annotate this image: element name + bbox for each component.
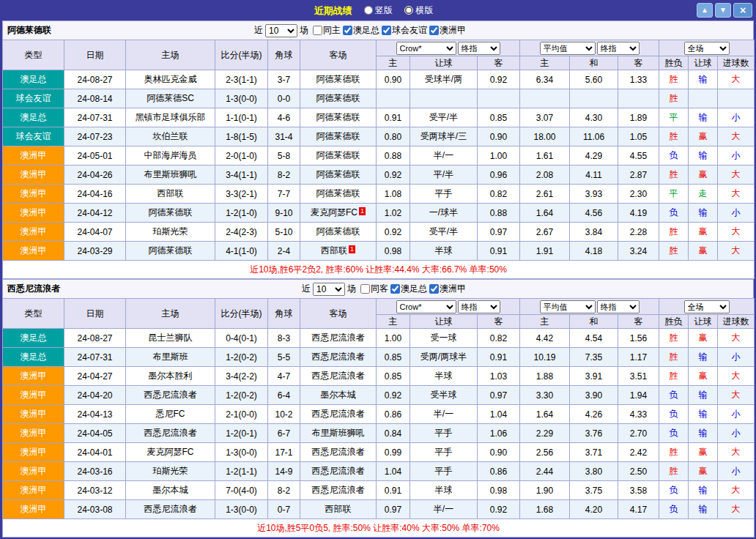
final-odds-select[interactable]: 终指: [597, 42, 640, 55]
date-cell: 24-04-12: [64, 204, 126, 223]
avg-draw-odds: 4.56: [570, 204, 618, 223]
average-odds-group: 平均值终指: [520, 299, 659, 315]
home-team-cell: 中部海岸海员: [126, 146, 215, 166]
result-goals: 大: [718, 329, 755, 348]
layout-radio-input[interactable]: [364, 6, 373, 15]
handicap-home-odds: 0.84: [377, 424, 410, 443]
layout-radio[interactable]: 横版: [404, 4, 433, 17]
avg-home-odds: 1.64: [520, 204, 570, 223]
layout-radio-input[interactable]: [404, 6, 413, 15]
score-cell: 3-3(2-1): [215, 185, 268, 204]
final-odds-select[interactable]: 终指: [597, 300, 640, 313]
average-odds-group: 平均值终指: [520, 40, 659, 56]
result-handicap: 输: [689, 481, 718, 500]
match-row: 澳洲甲 24-04-27 墨尔本胜利 3-4(2-2) 4-7 西悉尼流浪者 0…: [3, 367, 755, 386]
filter-checkbox-label: 澳洲甲: [440, 24, 466, 37]
corners-cell: 31-4: [268, 127, 300, 146]
home-team-cell: 悉尼FC: [126, 405, 215, 424]
corners-cell: 17-1: [268, 443, 300, 462]
home-team-cell: 布里斯班: [126, 348, 215, 367]
col-corner: 角球: [268, 40, 300, 70]
away-team-cell: 西悉尼流浪者: [300, 367, 377, 386]
filter-checkbox-input[interactable]: [360, 284, 370, 294]
col-date: 日期: [64, 40, 126, 70]
result-handicap: 输: [689, 348, 718, 367]
match-count-select[interactable]: 10: [265, 24, 297, 37]
match-row: 澳洲甲 24-03-29 阿德莱德联 4-1(1-0) 2-4 西部联1 0.9…: [3, 242, 755, 261]
result-wdl: 胜: [659, 462, 689, 481]
handicap-line: 受两球半/三: [410, 127, 478, 146]
result-goals: 小: [718, 462, 755, 481]
final-odds-select[interactable]: 终指: [458, 300, 500, 313]
filter-checkbox[interactable]: 澳洲甲: [429, 24, 466, 37]
away-team-cell: 阿德莱德联: [300, 127, 377, 146]
away-team-cell: 西部联: [300, 500, 377, 519]
corners-cell: 2-4: [268, 242, 300, 261]
date-cell: 24-04-20: [64, 386, 126, 405]
score-cell: 1-3(0-0): [215, 500, 268, 519]
result-handicap: 输: [689, 500, 718, 519]
away-team-cell: 阿德莱德联: [300, 108, 377, 127]
close-icon[interactable]: ×: [733, 3, 752, 18]
handicap-away-odds: 0.92: [478, 500, 520, 519]
result-handicap: 输: [689, 204, 718, 223]
avg-draw-odds: 3.91: [570, 367, 618, 386]
match-count-select[interactable]: 10: [313, 283, 345, 296]
filter-checkbox[interactable]: 澳足总: [343, 24, 379, 37]
result-goals: 大: [718, 500, 755, 519]
layout-radio-group: 竖版 横版: [364, 4, 442, 18]
filter-checkbox[interactable]: 澳足总: [390, 283, 427, 295]
handicap-home-odds: 0.91: [377, 108, 410, 127]
result-goals: 大: [718, 223, 755, 242]
filter-checkbox[interactable]: 球会友谊: [382, 24, 427, 37]
scroll-up-button[interactable]: ▲: [697, 3, 713, 18]
result-wdl: 负: [659, 146, 689, 166]
avg-away-odds: 2.42: [618, 443, 659, 462]
filter-checkbox[interactable]: 澳洲甲: [429, 283, 466, 295]
bookmaker-select[interactable]: Crow*: [396, 42, 456, 55]
avg-draw-odds: 4.54: [570, 329, 618, 348]
date-cell: 24-07-23: [64, 127, 126, 146]
avg-draw-odds: 3.80: [570, 462, 618, 481]
fulltime-select[interactable]: 全场: [684, 42, 730, 55]
col-type: 类型: [3, 299, 64, 329]
handicap-home-odds: 0.98: [377, 242, 410, 261]
filter-checkbox-input[interactable]: [343, 26, 352, 35]
filter-checkbox-input[interactable]: [390, 284, 400, 294]
filter-checkbox-input[interactable]: [382, 26, 391, 35]
handicap-line: 受一球: [410, 329, 478, 348]
date-cell: 24-04-05: [64, 424, 126, 443]
filter-checkbox-input[interactable]: [429, 284, 439, 294]
scroll-down-button[interactable]: ▼: [715, 3, 731, 18]
layout-radio[interactable]: 竖版: [364, 4, 393, 17]
section-wanderers: 西悉尼流浪者 近 10 场 同客 澳足总 澳洲甲: [2, 279, 754, 538]
home-team-cell: 黑镇市足球俱乐部: [126, 108, 215, 127]
score-cell: 0-4(0-1): [215, 329, 268, 348]
corners-cell: 4-6: [268, 108, 300, 127]
handicap-home-odds: 0.92: [377, 166, 410, 185]
avg-home-odds: 3.30: [520, 386, 570, 405]
average-odds-select[interactable]: 平均值: [540, 300, 596, 313]
match-row: 球会友谊 24-07-23 坎伯兰联 1-8(1-5) 31-4 阿德莱德联 0…: [3, 127, 755, 146]
corners-cell: 10-2: [268, 405, 300, 424]
result-group: 全场: [659, 299, 755, 315]
handicap-line: 半球: [410, 242, 478, 261]
filter-checkbox-input[interactable]: [429, 26, 439, 35]
result-handicap: 输: [689, 146, 718, 166]
filter-checkbox-group: 同主 澳足总 球会友谊 澳洲甲: [311, 24, 466, 37]
final-odds-select[interactable]: 终指: [458, 42, 500, 55]
match-row: 澳洲甲 24-04-01 麦克阿瑟FC 1-3(0-0) 17-1 西悉尼流浪者…: [3, 443, 755, 462]
away-team-cell: 西悉尼流浪者: [300, 329, 377, 348]
average-odds-select[interactable]: 平均值: [540, 42, 596, 55]
result-goals: 大: [718, 70, 755, 89]
filter-checkbox[interactable]: 同主: [313, 24, 341, 37]
handicap-home-odds: 0.91: [377, 481, 410, 500]
corners-cell: 8-2: [268, 481, 300, 500]
bookmaker-select[interactable]: Crow*: [396, 300, 456, 313]
handicap-away-odds: 0.92: [478, 70, 520, 89]
filter-checkbox[interactable]: 同客: [360, 283, 388, 295]
filter-checkbox-input[interactable]: [313, 26, 322, 35]
fulltime-select[interactable]: 全场: [684, 300, 730, 313]
page-title: 近期战绩: [314, 4, 352, 18]
avg-draw-odds: 4.29: [570, 146, 618, 166]
